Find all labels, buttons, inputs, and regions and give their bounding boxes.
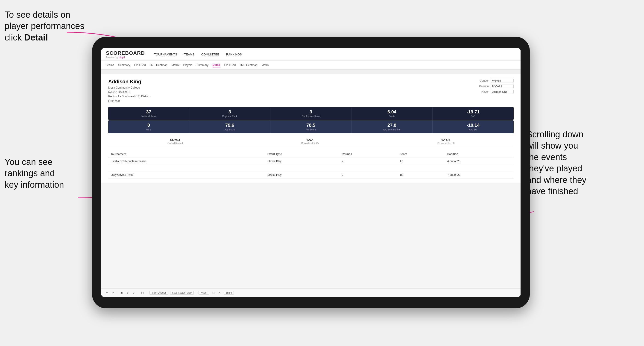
- timer-button[interactable]: ◯: [140, 291, 145, 295]
- logo-powered: Powered by clippd: [106, 56, 145, 59]
- stat-adj-score: 78.5 Adj Score: [270, 120, 352, 133]
- tablet-screen: SCOREBOARD Powered by clippd TOURNAMENTS…: [101, 48, 520, 297]
- bottom-toolbar: ↻ ↺ ▣ ⊕ ⊖ ◯ View: Original Save Custom V…: [101, 289, 520, 297]
- stat-sos: -19.71 SoS: [432, 107, 514, 120]
- stat-wins: 0 Wins: [108, 120, 189, 133]
- zoom-in-button[interactable]: ⊕: [126, 291, 130, 295]
- col-event-type: Event Type: [265, 151, 340, 158]
- player-college: Mesa Community College: [108, 86, 150, 90]
- nav-tournaments[interactable]: TOURNAMENTS: [154, 52, 177, 57]
- subnav-h2h-heatmap[interactable]: H2H Heatmap: [150, 63, 168, 67]
- tournament-name: Estella CC- Mountain Classic: [108, 158, 265, 165]
- stat-national-rank: 37 National Rank: [108, 107, 189, 120]
- toolbar-separator3: [147, 291, 147, 295]
- table-row: [108, 165, 514, 171]
- player-detail-panel: Addison King Mesa Community College NJCA…: [101, 74, 520, 183]
- event-type: Stroke Play: [265, 158, 340, 165]
- col-rounds: Rounds: [340, 151, 397, 158]
- gender-label: Gender: [475, 79, 489, 82]
- player-name: Addison King: [108, 79, 150, 85]
- player-region: Region 1 - Southwest (18) District: [108, 94, 150, 99]
- subnav-matrix2[interactable]: Matrix: [262, 63, 269, 67]
- stats-grid-row2: 0 Wins 79.6 Avg Score 78.5 Adj Score 27.…: [108, 120, 514, 133]
- nav-rankings[interactable]: RANKINGS: [226, 52, 242, 57]
- tournament-table: Tournament Event Type Rounds Score Posit…: [108, 151, 514, 178]
- zoom-fit-button[interactable]: ▣: [120, 291, 124, 295]
- rounds: 2: [340, 171, 397, 178]
- table-row: Estella CC- Mountain Classic Stroke Play…: [108, 158, 514, 165]
- records-row: 91-20-1 Overall Record 1-5-0 Record vs t…: [108, 136, 514, 147]
- record-top25: 1-5-0 Record vs top 25: [301, 139, 319, 145]
- stat-regional-rank: 3 Regional Rank: [189, 107, 270, 120]
- col-tournament: Tournament: [108, 151, 265, 158]
- position: 4 out of 20: [445, 158, 514, 165]
- subnav-detail[interactable]: Detail: [212, 63, 220, 67]
- zoom-out-button[interactable]: ⊖: [132, 291, 136, 295]
- logo-scoreboard: SCOREBOARD: [106, 50, 145, 56]
- toolbar-separator2: [138, 291, 138, 295]
- annotation-bottomright: Scrolling down will show you the events …: [526, 129, 637, 197]
- nav-committee[interactable]: COMMITTEE: [201, 52, 219, 57]
- event-type: Stroke Play: [265, 171, 340, 178]
- division-control: Division NJCAA I: [475, 84, 514, 88]
- nav-teams[interactable]: TEAMS: [184, 52, 194, 57]
- annotation-topleft: To see details on player performances cl…: [4, 9, 92, 43]
- share-button[interactable]: Share: [224, 291, 234, 295]
- player-header: Addison King Mesa Community College NJCA…: [108, 79, 514, 103]
- subnav-matrix[interactable]: Matrix: [172, 63, 179, 67]
- subnav-h2h-heatmap2[interactable]: H2H Heatmap: [240, 63, 257, 67]
- screen-button[interactable]: ▢: [212, 291, 215, 295]
- stat-points: 6.04 Points: [352, 107, 432, 120]
- subnav-summary2[interactable]: Summary: [196, 63, 208, 67]
- position: 7 out of 20: [445, 171, 514, 178]
- subnav-teams[interactable]: Teams: [106, 63, 114, 67]
- player-division: NJCAA Division 1: [108, 90, 150, 94]
- player-year: First Year: [108, 99, 150, 103]
- subnav-summary[interactable]: Summary: [118, 63, 130, 67]
- col-score: Score: [397, 151, 445, 158]
- stat-avg-score-to-par: 27.8 Avg Score to Par: [352, 120, 432, 133]
- division-label: Division: [475, 85, 489, 88]
- logo-area: SCOREBOARD Powered by clippd: [106, 50, 145, 59]
- record-top50: 5-11-1 Record vs top 50: [437, 139, 454, 145]
- player-select[interactable]: Addison King: [490, 90, 514, 94]
- save-custom-button[interactable]: Save Custom View: [170, 291, 194, 295]
- col-position: Position: [445, 151, 514, 158]
- watch-button[interactable]: Watch: [198, 291, 209, 295]
- redo-button[interactable]: ↺: [111, 291, 115, 295]
- subnav-players[interactable]: Players: [183, 63, 192, 67]
- top-nav: SCOREBOARD Powered by clippd TOURNAMENTS…: [101, 48, 520, 61]
- stat-avg-sg: -10.14 Avg SG: [432, 120, 514, 133]
- toolbar-separator: [117, 291, 117, 295]
- stats-grid-row1: 37 National Rank 3 Regional Rank 3 Confe…: [108, 107, 514, 120]
- tournament-name: Lady Coyote Invite: [108, 171, 265, 178]
- gender-control: Gender Women: [475, 79, 514, 83]
- player-info: Addison King Mesa Community College NJCA…: [108, 79, 150, 103]
- toolbar-separator4: [196, 291, 196, 295]
- score: 16: [397, 171, 445, 178]
- stat-avg-score: 79.6 Avg Score: [189, 120, 270, 133]
- undo-button[interactable]: ↻: [105, 291, 109, 295]
- content-area: Addison King Mesa Community College NJCA…: [101, 69, 520, 289]
- subnav-h2h-grid2[interactable]: H2H Grid: [224, 63, 236, 67]
- record-overall: 91-20-1 Overall Record: [168, 139, 183, 145]
- table-row: Lady Coyote Invite Stroke Play 2 16 7 ou…: [108, 171, 514, 178]
- score: 17: [397, 158, 445, 165]
- tablet-frame: SCOREBOARD Powered by clippd TOURNAMENTS…: [92, 37, 530, 308]
- subnav-h2h-grid[interactable]: H2H Grid: [134, 63, 146, 67]
- division-select[interactable]: NJCAA I: [490, 84, 514, 88]
- stat-conference-rank: 3 Conference Rank: [270, 107, 352, 120]
- sub-nav: Teams Summary H2H Grid H2H Heatmap Matri…: [101, 61, 520, 69]
- main-nav: TOURNAMENTS TEAMS COMMITTEE RANKINGS: [154, 52, 242, 57]
- player-controls: Gender Women Division NJCAA I: [475, 79, 514, 103]
- annotation-bottomleft: You can see rankings and key information: [4, 157, 92, 190]
- expand-button[interactable]: ⇱: [218, 291, 221, 295]
- rounds: 2: [340, 158, 397, 165]
- gender-select[interactable]: Women: [490, 79, 514, 83]
- player-label: Player: [475, 90, 489, 93]
- view-original-button[interactable]: View: Original: [150, 291, 168, 295]
- player-control: Player Addison King: [475, 90, 514, 94]
